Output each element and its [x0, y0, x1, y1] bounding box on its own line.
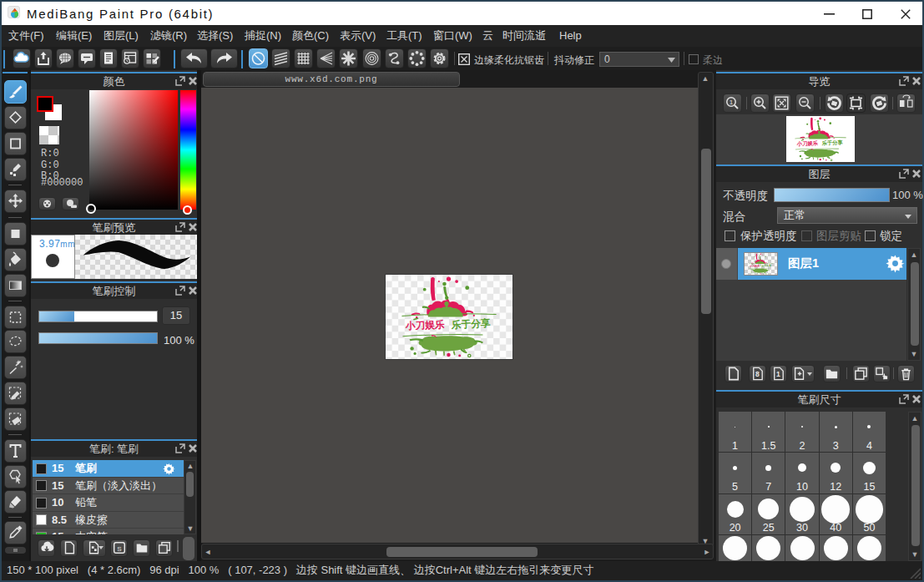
svg-text:1: 1: [730, 99, 734, 106]
svg-text:1: 1: [776, 370, 780, 378]
svg-text:S: S: [117, 545, 122, 553]
svg-text:8: 8: [755, 370, 760, 378]
